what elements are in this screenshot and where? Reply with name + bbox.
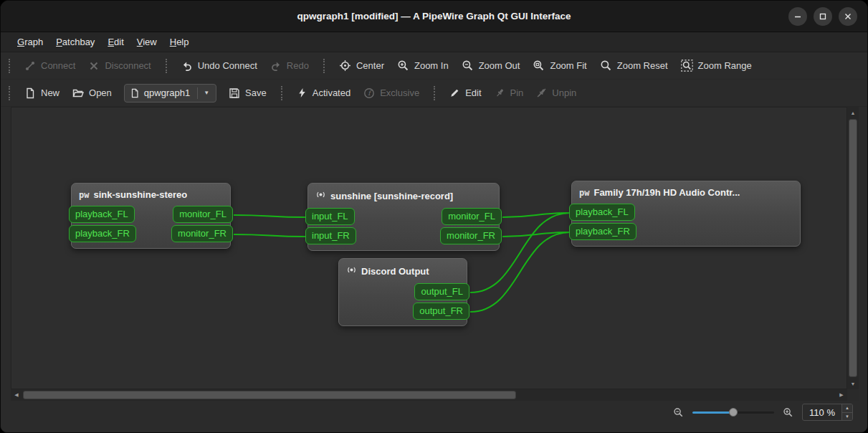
statusbar-zoom-out-icon[interactable]	[673, 407, 684, 418]
horizontal-scroll-handle[interactable]	[23, 391, 516, 399]
zoom-reset-button[interactable]: Zoom Reset	[593, 56, 674, 75]
combo-divider	[197, 87, 198, 99]
menu-view[interactable]: View	[130, 34, 163, 50]
connection-wire[interactable]	[234, 215, 306, 217]
zoom-in-label: Zoom In	[414, 60, 449, 71]
menu-edit[interactable]: Edit	[101, 34, 130, 50]
unpin-icon	[536, 87, 547, 98]
menu-help[interactable]: Help	[163, 34, 196, 50]
scroll-left-arrow[interactable]: ◀	[11, 389, 22, 401]
port-input_FR[interactable]: input_FR	[305, 227, 356, 244]
pin-button[interactable]: Pin	[488, 84, 530, 102]
connection-wire[interactable]	[502, 232, 570, 237]
pencil-icon	[449, 87, 460, 98]
port-output_FL[interactable]: output_FL	[414, 283, 469, 300]
toolbar-drag-handle[interactable]	[281, 86, 285, 100]
graph-node-sink[interactable]: pwsink-sunshine-stereoplayback_FLmonitor…	[71, 183, 231, 249]
speaker-icon	[346, 265, 357, 277]
zoom-out-button[interactable]: Zoom Out	[455, 56, 527, 75]
pin-label: Pin	[510, 87, 524, 98]
zoom-slider[interactable]	[692, 406, 774, 418]
toolbar-drag-handle[interactable]	[9, 86, 12, 100]
zoom-slider-thumb[interactable]	[729, 408, 738, 417]
pin-icon	[495, 87, 505, 98]
scroll-right-arrow[interactable]: ▶	[836, 389, 847, 401]
patchbay-file-icon	[130, 88, 140, 98]
menubar: Graph Patchbay Edit View Help	[1, 32, 867, 52]
menu-graph[interactable]: Graph	[11, 34, 49, 50]
zoom-in-button[interactable]: Zoom In	[391, 56, 455, 75]
undo-connect-button[interactable]: Undo Connect	[175, 57, 264, 75]
disconnect-icon	[88, 60, 100, 72]
port-playback_FR[interactable]: playback_FR	[569, 223, 636, 240]
unpin-button[interactable]: Unpin	[530, 84, 583, 102]
graph-node-family[interactable]: pwFamily 17h/19h HD Audio Contr...playba…	[571, 181, 801, 247]
connection-wire[interactable]	[234, 234, 306, 237]
node-title: sink-sunshine-stereo	[93, 189, 187, 200]
port-monitor_FL[interactable]: monitor_FL	[173, 206, 233, 223]
window-controls	[788, 1, 857, 32]
vertical-scrollbar[interactable]: ▲ ▼	[847, 107, 859, 389]
new-button[interactable]: New	[18, 84, 66, 103]
node-title: Discord Output	[361, 266, 429, 277]
scroll-down-arrow[interactable]: ▼	[847, 378, 859, 389]
zoom-value[interactable]: 110 %	[803, 404, 841, 420]
port-monitor_FR[interactable]: monitor_FR	[440, 227, 502, 244]
zoom-in-icon	[397, 60, 409, 72]
exclusive-button[interactable]: f Exclusive	[357, 84, 426, 103]
menu-patchbay[interactable]: Patchbay	[49, 34, 101, 50]
port-output_FR[interactable]: output_FR	[413, 303, 469, 320]
port-monitor_FL[interactable]: monitor_FL	[442, 208, 502, 225]
toolbar-drag-handle[interactable]	[323, 59, 327, 73]
zoom-spin-down[interactable]: ▼	[842, 412, 852, 421]
port-playback_FL[interactable]: playback_FL	[569, 204, 635, 221]
zoom-range-button[interactable]: Zoom Range	[674, 56, 758, 75]
central-area: pwsink-sunshine-stereoplayback_FLmonitor…	[1, 107, 867, 399]
center-button[interactable]: Center	[333, 56, 391, 75]
graph-canvas[interactable]: pwsink-sunshine-stereoplayback_FLmonitor…	[11, 107, 847, 389]
titlebar[interactable]: qpwgraph1 [modified] — A PipeWire Graph …	[1, 1, 867, 32]
toolbar-drag-handle[interactable]	[166, 59, 169, 73]
save-button[interactable]: Save	[222, 84, 273, 103]
open-button[interactable]: Open	[66, 84, 118, 103]
close-button[interactable]	[839, 7, 857, 26]
port-playback_FR[interactable]: playback_FR	[69, 225, 136, 242]
edit-button[interactable]: Edit	[443, 84, 487, 102]
horizontal-scrollbar[interactable]: ◀ ▶	[11, 389, 847, 401]
zoom-spinbox[interactable]: 110 % ▲ ▼	[802, 404, 853, 421]
patchbay-combobox[interactable]: qpwgraph1 ▼	[124, 84, 216, 103]
scrollbar-corner	[847, 389, 859, 401]
zoom-fit-label: Zoom Fit	[550, 60, 586, 71]
toolbar-drag-handle[interactable]	[9, 59, 12, 73]
patchbay-toolbar: New Open qpwgraph1 ▼ Save Activated	[1, 80, 867, 107]
graph-node-sunshine[interactable]: sunshine [sunshine-record]input_FLmonito…	[307, 183, 500, 251]
maximize-button[interactable]	[814, 7, 832, 26]
statusbar-zoom-in-icon[interactable]	[783, 407, 793, 418]
minimize-button[interactable]	[788, 7, 807, 26]
unpin-label: Unpin	[552, 87, 576, 98]
open-folder-icon	[72, 87, 84, 99]
connect-button[interactable]: Connect	[18, 57, 82, 75]
zoom-reset-label: Zoom Reset	[617, 60, 668, 71]
vertical-scroll-handle[interactable]	[849, 119, 857, 377]
port-monitor_FR[interactable]: monitor_FR	[171, 225, 233, 242]
scroll-up-arrow[interactable]: ▲	[847, 107, 859, 118]
zoom-spin-up[interactable]: ▲	[842, 404, 852, 412]
lightning-icon	[297, 87, 307, 98]
connection-wire[interactable]	[502, 213, 570, 217]
connect-label: Connect	[41, 60, 75, 71]
graph-node-discord[interactable]: Discord Outputoutput_FLoutput_FR	[338, 258, 467, 326]
toolbar-drag-handle[interactable]	[434, 86, 437, 100]
chevron-down-icon: ▼	[202, 90, 211, 96]
redo-button[interactable]: Redo	[264, 57, 315, 75]
disconnect-button[interactable]: Disconnect	[82, 57, 157, 75]
window-title: qpwgraph1 [modified] — A PipeWire Graph …	[297, 11, 571, 22]
redo-icon	[270, 60, 282, 72]
canvas-frame: pwsink-sunshine-stereoplayback_FLmonitor…	[11, 107, 859, 401]
zoom-fit-button[interactable]: Zoom Fit	[526, 56, 593, 75]
activated-button[interactable]: Activated	[290, 84, 357, 102]
svg-text:f: f	[368, 89, 372, 97]
port-playback_FL[interactable]: playback_FL	[69, 206, 135, 223]
edit-label: Edit	[465, 87, 481, 98]
port-input_FL[interactable]: input_FL	[305, 208, 355, 225]
